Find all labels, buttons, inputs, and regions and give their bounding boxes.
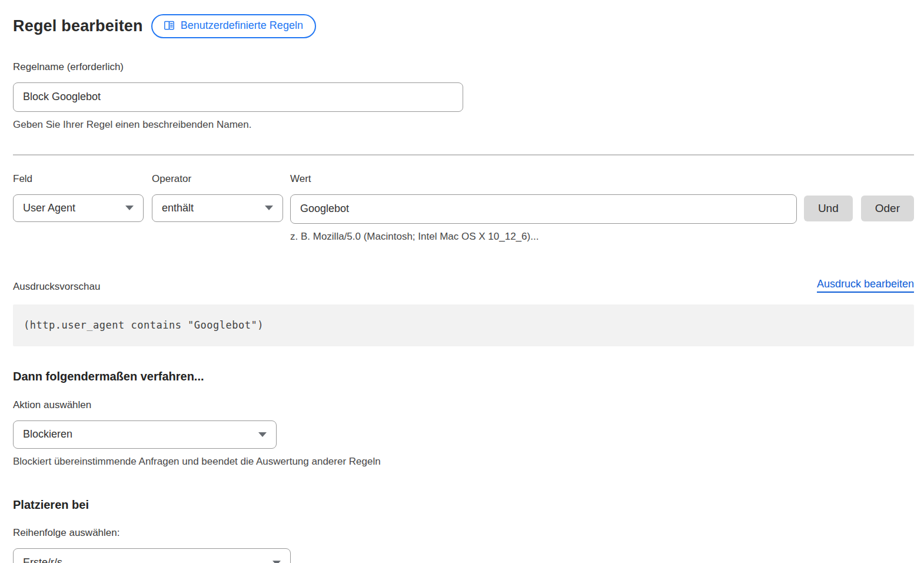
field-select[interactable]: User Agent (13, 194, 144, 222)
chevron-down-icon (265, 206, 273, 210)
custom-rules-docs-button[interactable]: Benutzerdefinierte Regeln (151, 14, 316, 38)
field-column: Feld User Agent (13, 171, 144, 222)
operator-label: Operator (152, 171, 283, 187)
placement-heading: Platzieren bei (13, 498, 914, 512)
chevron-down-icon (258, 432, 267, 437)
value-column: Wert z. B. Mozilla/5.0 (Macintosh; Intel… (290, 171, 797, 244)
and-button[interactable]: Und (804, 196, 853, 221)
action-select-value: Blockieren (23, 428, 72, 441)
rule-name-help: Geben Sie Ihrer Regel einen beschreibend… (13, 117, 914, 133)
field-label: Feld (13, 171, 144, 187)
placement-label: Reihenfolge auswählen: (13, 525, 914, 541)
page-title: Regel bearbeiten (13, 17, 143, 35)
value-label: Wert (290, 171, 797, 187)
action-select[interactable]: Blockieren (13, 420, 277, 449)
order-select[interactable]: Erste/r/s (13, 548, 291, 563)
edit-rule-page: Regel bearbeiten Benutzerdefinierte Rege… (0, 0, 924, 563)
value-input[interactable] (290, 194, 797, 224)
edit-expression-link[interactable]: Ausdruck bearbeiten (817, 278, 914, 293)
open-book-icon (163, 19, 175, 32)
condition-row: Feld User Agent Operator enthält Wert z.… (13, 171, 914, 244)
order-select-value: Erste/r/s (23, 557, 62, 563)
action-label: Aktion auswählen (13, 398, 914, 413)
or-button[interactable]: Oder (861, 196, 914, 221)
operator-select[interactable]: enthält (152, 194, 283, 222)
operator-select-value: enthält (162, 202, 194, 214)
logic-buttons: Und Oder (804, 171, 914, 221)
value-hint: z. B. Mozilla/5.0 (Macintosh; Intel Mac … (290, 229, 797, 244)
expression-preview-label: Ausdrucksvorschau (13, 281, 100, 293)
page-header: Regel bearbeiten Benutzerdefinierte Rege… (13, 14, 914, 38)
rule-name-label: Regelname (erforderlich) (13, 59, 914, 75)
custom-rules-docs-label: Benutzerdefinierte Regeln (181, 19, 303, 32)
rule-name-input[interactable] (13, 82, 463, 112)
chevron-down-icon (272, 561, 281, 563)
operator-column: Operator enthält (152, 171, 283, 222)
rule-name-section: Regelname (erforderlich) Geben Sie Ihrer… (13, 59, 914, 133)
section-divider (13, 154, 914, 155)
action-heading: Dann folgendermaßen verfahren... (13, 370, 914, 383)
expression-code-box: (http.user_agent contains "Googlebot") (13, 304, 914, 346)
action-help: Blockiert übereinstimmende Anfragen und … (13, 454, 914, 469)
expression-preview-header: Ausdrucksvorschau Ausdruck bearbeiten (13, 278, 914, 293)
chevron-down-icon (125, 206, 134, 210)
expression-code: (http.user_agent contains "Googlebot") (24, 319, 264, 331)
field-select-value: User Agent (23, 202, 75, 214)
